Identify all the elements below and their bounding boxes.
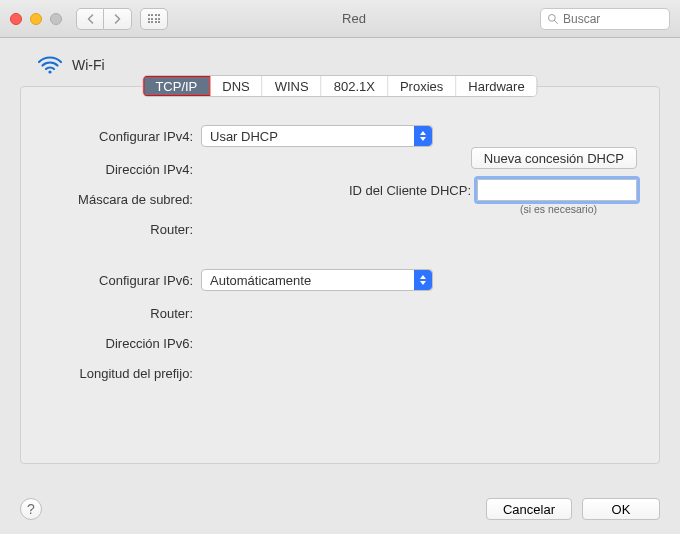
tab-proxies[interactable]: Proxies: [388, 76, 456, 96]
tab-8021x[interactable]: 802.1X: [322, 76, 388, 96]
tab-hardware[interactable]: Hardware: [456, 76, 536, 96]
tab-wins[interactable]: WINS: [263, 76, 322, 96]
search-input[interactable]: [563, 12, 663, 26]
label-config-ipv4: Configurar IPv4:: [41, 129, 201, 144]
traffic-lights: [10, 13, 62, 25]
label-prefix-length: Longitud del prefijo:: [41, 366, 201, 381]
label-dhcp-client-id: ID del Cliente DHCP:: [349, 183, 471, 198]
select-config-ipv6-value: Automáticamente: [210, 273, 311, 288]
settings-panel: TCP/IP DNS WINS 802.1X Proxies Hardware …: [20, 86, 660, 464]
interface-name: Wi-Fi: [72, 57, 105, 73]
dhcp-client-id-input[interactable]: [477, 179, 637, 201]
forward-button[interactable]: [104, 8, 132, 30]
tab-bar: TCP/IP DNS WINS 802.1X Proxies Hardware: [142, 75, 537, 97]
svg-point-2: [48, 70, 51, 73]
close-window-button[interactable]: [10, 13, 22, 25]
chevron-left-icon: [86, 14, 95, 24]
grid-icon: [148, 14, 161, 23]
window-titlebar: Red: [0, 0, 680, 38]
show-all-button[interactable]: [140, 8, 168, 30]
search-field-wrap[interactable]: [540, 8, 670, 30]
svg-line-1: [555, 20, 558, 23]
select-config-ipv6[interactable]: Automáticamente: [201, 269, 433, 291]
dialog-button-bar: ? Cancelar OK: [0, 490, 680, 534]
select-config-ipv4-value: Usar DHCP: [210, 129, 278, 144]
help-button[interactable]: ?: [20, 498, 42, 520]
wifi-icon: [38, 56, 62, 74]
chevron-right-icon: [113, 14, 122, 24]
tab-dns[interactable]: DNS: [210, 76, 262, 96]
back-button[interactable]: [76, 8, 104, 30]
dhcp-client-id-hint: (si es necesario): [349, 203, 637, 215]
label-ipv6-address: Dirección IPv6:: [41, 336, 201, 351]
updown-arrows-icon: [414, 270, 432, 290]
cancel-button[interactable]: Cancelar: [486, 498, 572, 520]
select-config-ipv4[interactable]: Usar DHCP: [201, 125, 433, 147]
label-router-ipv4: Router:: [41, 222, 201, 237]
search-icon: [547, 13, 559, 25]
label-ipv4-address: Dirección IPv4:: [41, 162, 201, 177]
minimize-window-button[interactable]: [30, 13, 42, 25]
label-config-ipv6: Configurar IPv6:: [41, 273, 201, 288]
label-subnet-mask: Máscara de subred:: [41, 192, 201, 207]
updown-arrows-icon: [414, 126, 432, 146]
dhcp-right-column: Nueva concesión DHCP ID del Cliente DHCP…: [349, 147, 637, 215]
zoom-window-button: [50, 13, 62, 25]
tab-tcpip[interactable]: TCP/IP: [143, 76, 210, 96]
nav-back-forward: [76, 8, 132, 30]
new-dhcp-lease-button[interactable]: Nueva concesión DHCP: [471, 147, 637, 169]
label-router-ipv6: Router:: [41, 306, 201, 321]
window-title: Red: [176, 11, 532, 26]
ok-button[interactable]: OK: [582, 498, 660, 520]
